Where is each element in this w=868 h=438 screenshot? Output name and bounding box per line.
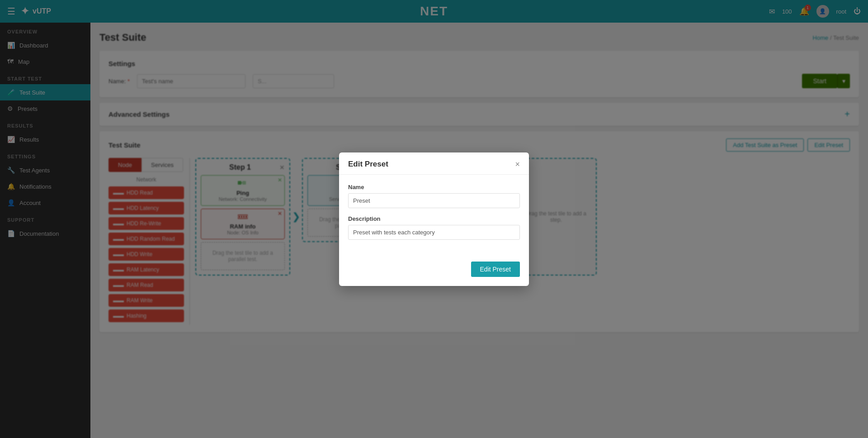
modal-title: Edit Preset	[348, 160, 388, 169]
description-form-group: Description	[348, 215, 520, 240]
modal-footer: Edit Preset	[339, 256, 529, 286]
modal-description-label: Description	[348, 215, 520, 222]
modal-close-icon[interactable]: ×	[515, 160, 520, 168]
modal-name-input[interactable]	[348, 193, 520, 208]
modal-description-input[interactable]	[348, 225, 520, 240]
modal-name-label: Name	[348, 184, 520, 190]
modal-body: Name Description	[339, 175, 529, 256]
name-form-group: Name	[348, 184, 520, 208]
modal-header: Edit Preset ×	[339, 152, 529, 175]
modal-overlay[interactable]: Edit Preset × Name Description Edit Pres…	[0, 0, 868, 438]
modal-submit-button[interactable]: Edit Preset	[471, 262, 520, 277]
edit-preset-modal: Edit Preset × Name Description Edit Pres…	[339, 152, 529, 286]
